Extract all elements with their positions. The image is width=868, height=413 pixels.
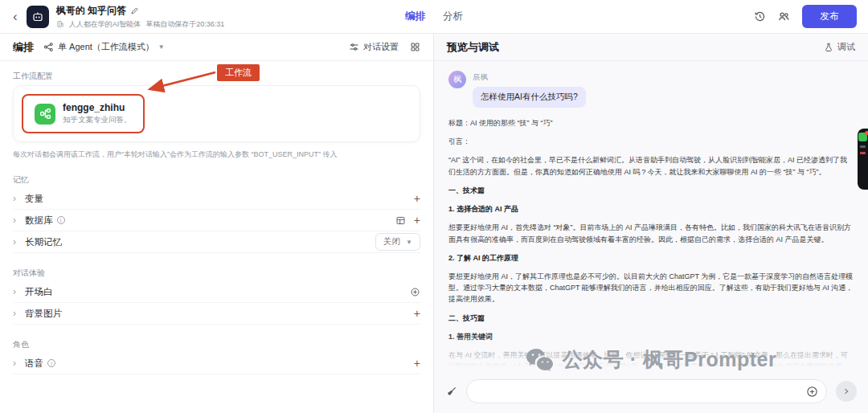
debug-flask-icon [824, 43, 833, 52]
ai-message-block: 1. 选择合适的 AI 产品 [448, 203, 854, 215]
row-label: 背景图片 [25, 308, 62, 320]
config-section: 角色›语音i+ [13, 339, 420, 374]
row-label: 变量 [25, 193, 43, 205]
agent-mode-selector[interactable]: 单 Agent（工作流模式） ▼ [43, 41, 165, 53]
row-select[interactable]: 关闭▼ [375, 233, 420, 251]
back-button[interactable]: ‹ [11, 10, 19, 23]
message-input[interactable] [478, 386, 800, 396]
collaboration-icon[interactable] [778, 10, 790, 22]
autosave-status: 草稿自动保存于20:36:31 [145, 19, 224, 30]
chat-input-bar [434, 376, 868, 413]
workflow-name: fengge_zhihu [63, 102, 132, 113]
user-avatar: 枫 [448, 71, 466, 88]
top-bar: ‹ 枫哥的 知乎问答 人人都在学的AI智能体 草稿自动保存于20:36:31 [0, 0, 868, 34]
debug-label: 调试 [837, 41, 855, 53]
app-window: ‹ 枫哥的 知乎问答 人人都在学的AI智能体 草稿自动保存于20:36:31 [0, 0, 868, 413]
edge-widget-bar [860, 145, 866, 148]
agent-mode-label: 单 Agent（工作流模式） [58, 41, 154, 53]
chevron-right-icon: › [13, 215, 21, 225]
config-row-背景图片[interactable]: ›背景图片+ [13, 303, 420, 325]
bot-title-block: 枫哥的 知乎问答 人人都在学的AI智能体 草稿自动保存于20:36:31 [56, 4, 225, 30]
ai-message-block: “AI” 这个词，在如今的社会里，早已不是什么新鲜词汇。从语音助手到自动驾驶，从… [448, 154, 854, 177]
row-label: 语音 [25, 358, 43, 370]
info-icon: i [57, 216, 65, 224]
chevron-right-icon: › [13, 194, 21, 203]
annotation-workflow-label: 工作流 [217, 64, 260, 81]
ai-message-block: 1. 善用关键词 [448, 331, 854, 342]
row-label: 长期记忆 [25, 236, 62, 248]
row-label: 开场白 [25, 286, 53, 298]
workflow-container: fengge_zhihu 知乎文案专业问答。 [13, 85, 420, 142]
config-row-长期记忆[interactable]: ›长期记忆关闭▼ [13, 231, 420, 253]
workflow-note: 每次对话都会调用该工作流，用户“本轮对话输入”会作为工作流的输入参数 “BOT_… [13, 149, 420, 160]
orchestrate-title: 编排 [13, 40, 34, 55]
header-tabs: 编排分析 [405, 10, 463, 23]
chevron-right-icon: › [13, 309, 21, 318]
chevron-down-icon: ▼ [158, 43, 165, 51]
edge-floating-widget[interactable] [858, 129, 868, 190]
edge-widget-bar-red [860, 152, 866, 154]
clear-chat-icon[interactable] [445, 386, 457, 398]
ai-message-block: 一、技术篇 [448, 185, 854, 196]
ai-message-block: 想要更好地使用 AI，首先得选对 “对象”。目前市场上的 AI 产品琳琅满目，各… [448, 222, 854, 244]
orchestration-body: 工作流配置 fengge_zhihu 知乎文案专业问答。 工作流 [0, 61, 433, 413]
config-section: 记忆›变量+›数据库i+›长期记忆关闭▼ [13, 174, 420, 253]
debug-button[interactable]: 调试 [824, 41, 855, 53]
history-icon[interactable] [754, 10, 766, 22]
orchestration-panel: 编排 单 Agent（工作流模式） ▼ 对话设置 [0, 34, 434, 413]
ai-message-block: 2. 了解 AI 的工作原理 [448, 252, 854, 264]
preview-panel: 预览与调试 调试 枫 辰枫 怎样使用AI有什么技巧吗? 标题：AI 使用的那些 [434, 34, 868, 413]
grid-icon[interactable] [410, 42, 420, 52]
info-icon: i [47, 359, 55, 367]
chevron-down-icon: ▼ [406, 239, 412, 246]
section-title: 角色 [13, 339, 420, 350]
chat-input[interactable] [466, 379, 827, 403]
agent-mode-icon [43, 42, 54, 52]
config-section: 对话体验›开场白›背景图片+ [13, 268, 420, 325]
user-bubble: 怎样使用AI有什么技巧吗? [473, 87, 586, 108]
ai-message-block: 二、技巧篇 [448, 313, 854, 324]
bot-title: 枫哥的 知乎问答 [56, 4, 126, 18]
generate-icon[interactable] [410, 287, 420, 297]
edge-widget-green-icon [858, 133, 867, 141]
config-row-变量[interactable]: ›变量+ [13, 188, 420, 210]
tab-编排[interactable]: 编排 [405, 10, 425, 23]
attach-plus-icon[interactable] [806, 386, 818, 398]
user-name: 辰枫 [473, 72, 586, 83]
config-row-开场白[interactable]: ›开场白 [13, 281, 420, 303]
section-title: 记忆 [13, 174, 420, 186]
chevron-right-icon: › [13, 237, 21, 247]
workflow-desc: 知乎文案专业问答。 [63, 115, 132, 125]
table-icon[interactable] [395, 215, 406, 226]
config-row-语音[interactable]: ›语音i+ [13, 353, 420, 374]
tab-分析[interactable]: 分析 [443, 10, 463, 23]
row-label: 数据库 [25, 215, 53, 227]
settings-sliders-icon [349, 42, 359, 52]
ai-message-block: 在与 AI 交流时，善用关键词可以提高沟通效率。比如，你想让 AI 帮你写一篇关… [448, 350, 854, 372]
preview-title: 预览与调试 [447, 40, 499, 55]
add-icon[interactable]: + [414, 215, 420, 226]
publish-button[interactable]: 发布 [802, 5, 857, 28]
chevron-right-icon: › [13, 287, 21, 296]
notification-dot [865, 131, 868, 135]
left-sections: 记忆›变量+›数据库i+›长期记忆关闭▼对话体验›开场白›背景图片+角色›语音i… [13, 174, 420, 374]
ai-message-block: 标题：AI 使用的那些 “技” 与 “巧” [448, 117, 854, 129]
workflow-icon [35, 104, 55, 125]
org-icon [56, 20, 64, 28]
select-value: 关闭 [383, 236, 400, 247]
config-row-数据库[interactable]: ›数据库i+ [13, 210, 420, 231]
ai-message-block: 要想更好地使用 AI，了解其工作原理也是必不可少的。以目前大火的 ChatGPT… [448, 271, 854, 305]
send-button[interactable] [836, 381, 857, 402]
add-icon[interactable]: + [414, 358, 420, 369]
chat-settings-button[interactable]: 对话设置 [349, 41, 399, 53]
ai-message: 标题：AI 使用的那些 “技” 与 “巧”引言：“AI” 这个词，在如今的社会里… [448, 117, 854, 376]
bot-avatar [27, 6, 49, 28]
add-icon[interactable]: + [414, 308, 420, 319]
org-name: 人人都在学的AI智能体 [69, 19, 141, 30]
workflow-card[interactable]: fengge_zhihu 知乎文案专业问答。 [22, 94, 145, 133]
section-title: 对话体验 [13, 268, 420, 279]
add-icon[interactable]: + [414, 193, 420, 204]
edit-icon[interactable] [130, 6, 139, 15]
robot-icon [31, 10, 44, 23]
chevron-right-icon: › [13, 358, 21, 368]
